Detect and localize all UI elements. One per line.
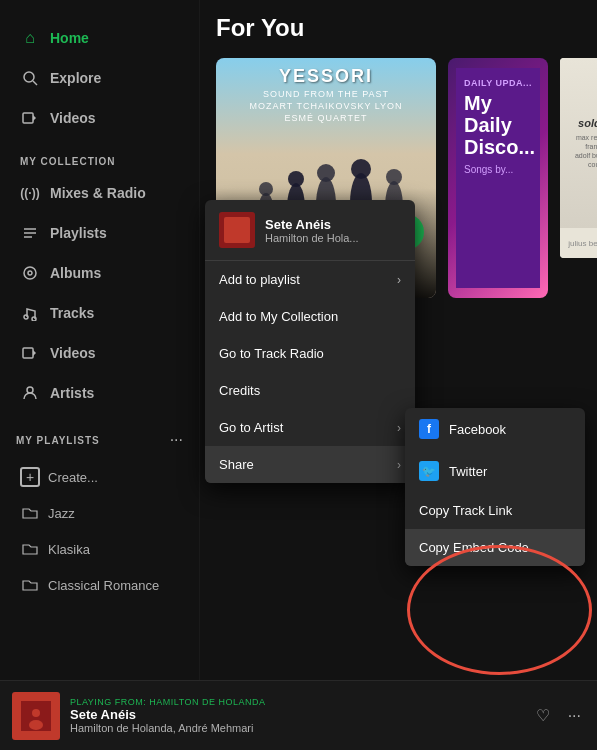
share-item-copy-embed-code[interactable]: Copy Embed Code <box>405 529 585 566</box>
menu-item-add-to-collection[interactable]: Add to My Collection <box>205 298 415 335</box>
share-copy-embed-code-label: Copy Embed Code <box>419 540 529 555</box>
svg-marker-12 <box>33 350 36 356</box>
sound-from-past-label: SOUND FROM THE PAST <box>263 89 389 99</box>
sidebar-artists-label: Artists <box>50 385 94 401</box>
heart-button[interactable]: ♡ <box>532 702 554 729</box>
daily-title2: Disco... <box>464 136 532 158</box>
svg-point-21 <box>351 159 371 179</box>
folder-icon <box>20 503 40 523</box>
video-icon <box>20 108 40 128</box>
create-label: Create... <box>48 470 98 485</box>
menu-item-credits[interactable]: Credits <box>205 372 415 409</box>
my-playlists-label: MY PLAYLISTS <box>16 435 100 446</box>
context-menu: Sete Anéis Hamilton de Hola... Add to pl… <box>205 200 415 483</box>
sidebar-playlists-label: Playlists <box>50 225 107 241</box>
playlist-klasika-label: Klasika <box>48 542 90 557</box>
ensemble-label: ESMÉ QUARTET <box>285 113 368 123</box>
create-playlist-button[interactable]: + Create... <box>16 461 183 493</box>
folder-icon-3 <box>20 575 40 595</box>
sidebar-explore-label: Explore <box>50 70 101 86</box>
context-track-artist: Hamilton de Hola... <box>265 232 359 244</box>
playlist-jazz[interactable]: Jazz <box>16 497 183 529</box>
soldanella-footer: julius berger · amidis <box>560 228 597 258</box>
playlist-classical-romance-label: Classical Romance <box>48 578 159 593</box>
soldanella-performers: julius berger · amidis <box>568 239 597 248</box>
svg-point-8 <box>28 271 32 275</box>
playlist-jazz-label: Jazz <box>48 506 75 521</box>
share-item-facebook[interactable]: f Facebook <box>405 408 585 450</box>
daily-badge: DAILY UPDA... <box>464 78 532 88</box>
sidebar-item-videos2[interactable]: Videos <box>16 335 183 371</box>
context-track-name: Sete Anéis <box>265 217 359 232</box>
share-twitter-label: Twitter <box>449 464 487 479</box>
sidebar: ⌂ Home Explore Videos MY COLLECTION ((·)… <box>0 0 200 750</box>
svg-rect-2 <box>23 113 33 123</box>
mixes-icon: ((·)) <box>20 183 40 203</box>
soldanella-card[interactable]: soldanella max reger | donald francis to… <box>560 58 597 298</box>
sidebar-item-artists[interactable]: Artists <box>16 375 183 411</box>
sidebar-item-mixes[interactable]: ((·)) Mixes & Radio <box>16 175 183 211</box>
sidebar-item-playlists[interactable]: Playlists <box>16 215 183 251</box>
now-playing-artist: Hamilton de Holanda, André Mehmari <box>70 722 522 734</box>
svg-line-1 <box>33 81 37 85</box>
svg-point-27 <box>29 720 43 730</box>
svg-marker-3 <box>33 115 36 121</box>
soldanella-title: soldanella <box>578 117 597 129</box>
context-track-info: Sete Anéis Hamilton de Hola... <box>265 217 359 244</box>
menu-item-share-label: Share <box>219 457 254 472</box>
playing-from-label: PLAYING FROM: HAMILTON DE HOLANDA <box>70 697 522 707</box>
menu-item-track-radio[interactable]: Go to Track Radio <box>205 335 415 372</box>
playlists-icon <box>20 223 40 243</box>
now-playing-title: Sete Anéis <box>70 707 522 722</box>
arrow-icon: › <box>397 273 401 287</box>
playlist-classical-romance[interactable]: Classical Romance <box>16 569 183 601</box>
share-item-copy-track-link[interactable]: Copy Track Link <box>405 492 585 529</box>
more-options-button[interactable]: ··· <box>564 703 585 729</box>
playlist-klasika[interactable]: Klasika <box>16 533 183 565</box>
svg-point-26 <box>32 709 40 717</box>
share-item-twitter[interactable]: 🐦 Twitter <box>405 450 585 492</box>
twitter-icon: 🐦 <box>419 461 439 481</box>
videos2-icon <box>20 343 40 363</box>
explore-icon <box>20 68 40 88</box>
create-icon: + <box>20 467 40 487</box>
svg-point-17 <box>288 171 304 187</box>
menu-item-add-to-playlist-label: Add to playlist <box>219 272 300 287</box>
daily-subtitle: Songs by... <box>464 164 532 175</box>
menu-item-add-to-playlist[interactable]: Add to playlist › <box>205 261 415 298</box>
albums-icon <box>20 263 40 283</box>
menu-item-add-to-collection-label: Add to My Collection <box>219 309 338 324</box>
arrow-icon-3: › <box>397 458 401 472</box>
menu-item-share[interactable]: Share › <box>205 446 415 483</box>
now-playing-info: PLAYING FROM: HAMILTON DE HOLANDA Sete A… <box>70 697 522 734</box>
yessori-brand: YESSORI <box>279 66 373 87</box>
album-card-daily[interactable]: DAILY UPDA... My Daily Disco... Songs by… <box>448 58 548 298</box>
menu-item-go-to-artist[interactable]: Go to Artist › <box>205 409 415 446</box>
sidebar-item-videos[interactable]: Videos <box>16 100 183 136</box>
my-playlists-header: MY PLAYLISTS ··· <box>16 431 183 449</box>
soldanella-composers: max reger | donald francis toveyadolf bu… <box>566 133 597 169</box>
playlists-more-button[interactable]: ··· <box>170 431 183 449</box>
sidebar-tracks-label: Tracks <box>50 305 94 321</box>
sidebar-home-label: Home <box>50 30 89 46</box>
svg-point-19 <box>317 164 335 182</box>
sidebar-videos2-label: Videos <box>50 345 96 361</box>
share-facebook-label: Facebook <box>449 422 506 437</box>
sidebar-item-explore[interactable]: Explore <box>16 60 183 96</box>
daily-cover: DAILY UPDA... My Daily Disco... Songs by… <box>448 58 548 298</box>
svg-point-10 <box>32 317 36 321</box>
share-copy-track-link-label: Copy Track Link <box>419 503 512 518</box>
home-icon: ⌂ <box>20 28 40 48</box>
menu-item-go-to-artist-label: Go to Artist <box>219 420 283 435</box>
sidebar-mixes-label: Mixes & Radio <box>50 185 146 201</box>
facebook-icon: f <box>419 419 439 439</box>
svg-point-23 <box>386 169 402 185</box>
sidebar-item-albums[interactable]: Albums <box>16 255 183 291</box>
menu-item-credits-label: Credits <box>219 383 260 398</box>
share-submenu: f Facebook 🐦 Twitter Copy Track Link Cop… <box>405 408 585 566</box>
folder-icon-2 <box>20 539 40 559</box>
sidebar-item-tracks[interactable]: Tracks <box>16 295 183 331</box>
sidebar-item-home[interactable]: ⌂ Home <box>16 20 183 56</box>
soldanella-cover: soldanella max reger | donald francis to… <box>560 58 597 258</box>
svg-point-9 <box>24 315 28 319</box>
